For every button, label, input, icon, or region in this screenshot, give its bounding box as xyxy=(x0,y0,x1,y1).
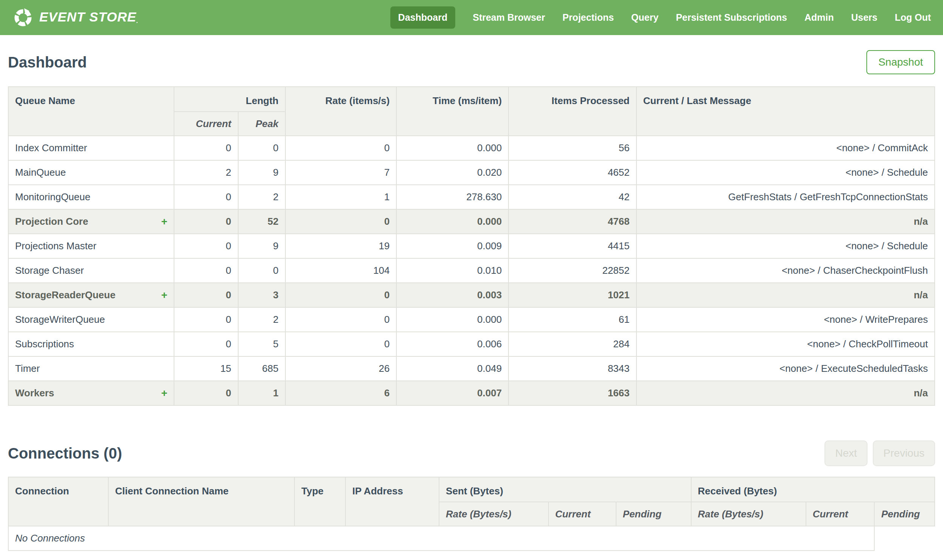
queue-message: <none> / Schedule xyxy=(636,234,935,258)
col-connection: Connection xyxy=(8,477,108,526)
queue-length-peak: 3 xyxy=(238,283,286,307)
queue-rate: 26 xyxy=(286,356,397,381)
col-client-connection-name: Client Connection Name xyxy=(108,477,295,526)
queue-name: StorageReaderQueue xyxy=(15,289,116,301)
trademark-dot: . xyxy=(136,18,138,24)
queue-items-processed: 4415 xyxy=(508,234,636,258)
queue-name: Storage Chaser xyxy=(15,265,84,277)
col-received-pending: Pending xyxy=(874,502,935,526)
queue-time: 0.020 xyxy=(397,160,508,185)
queue-row: StorageWriterQueue0200.00061<none> / Wri… xyxy=(8,307,935,332)
queue-name: MonitoringQueue xyxy=(15,191,90,203)
queue-items-processed: 42 xyxy=(508,185,636,209)
queue-name-cell: Workers+ xyxy=(8,381,174,405)
nav-item-users[interactable]: Users xyxy=(851,6,878,29)
queue-row: Timer15685260.0498343<none> / ExecuteSch… xyxy=(8,356,935,381)
queue-length-peak: 9 xyxy=(238,234,286,258)
event-store-brand[interactable]: EVENT STORE. xyxy=(13,8,139,28)
col-rate: Rate (items/s) xyxy=(286,87,397,136)
queue-message: GetFreshStats / GetFreshTcpConnectionSta… xyxy=(636,185,935,209)
expand-group-icon[interactable]: + xyxy=(161,216,167,228)
queue-items-processed: 56 xyxy=(508,136,636,160)
queue-length-current: 0 xyxy=(174,136,238,160)
nav-item-persistent-subscriptions[interactable]: Persistent Subscriptions xyxy=(676,6,787,29)
queue-message: <none> / CheckPollTimeout xyxy=(636,332,935,356)
queue-items-processed: 61 xyxy=(508,307,636,332)
col-sent-current: Current xyxy=(548,502,616,526)
queue-length-peak: 5 xyxy=(238,332,286,356)
queue-time: 0.049 xyxy=(397,356,508,381)
page-header: Dashboard Snapshot xyxy=(8,50,935,74)
queue-rate: 0 xyxy=(286,283,397,307)
queue-name-cell: MainQueue xyxy=(8,160,174,185)
top-nav: EVENT STORE. DashboardStream BrowserProj… xyxy=(0,0,943,35)
queue-length-peak: 52 xyxy=(238,209,286,234)
col-items-processed: Items Processed xyxy=(508,87,636,136)
nav-item-stream-browser[interactable]: Stream Browser xyxy=(472,6,545,29)
queue-row: Index Committer0000.00056<none> / Commit… xyxy=(8,136,935,160)
queue-rate: 19 xyxy=(286,234,397,258)
expand-group-icon[interactable]: + xyxy=(161,387,167,399)
queue-table-header: Queue Name Length Rate (items/s) Time (m… xyxy=(8,87,935,136)
nav-item-dashboard[interactable]: Dashboard xyxy=(390,6,456,29)
queue-message: <none> / WritePrepares xyxy=(636,307,935,332)
nav-item-query[interactable]: Query xyxy=(631,6,658,29)
queue-time: 0.007 xyxy=(397,381,508,405)
previous-button[interactable]: Previous xyxy=(873,440,935,466)
connections-pager: Next Previous xyxy=(824,440,935,466)
queue-length-peak: 2 xyxy=(238,307,286,332)
connections-header: Connections (0) Next Previous xyxy=(8,440,935,466)
queue-length-peak: 9 xyxy=(238,160,286,185)
queue-time: 0.010 xyxy=(397,258,508,283)
queue-length-current: 0 xyxy=(174,185,238,209)
queue-name: StorageWriterQueue xyxy=(15,314,105,325)
col-received-current: Current xyxy=(806,502,875,526)
queue-length-current: 0 xyxy=(174,381,238,405)
queue-row: MainQueue2970.0204652<none> / Schedule xyxy=(8,160,935,185)
col-sent-bytes: Sent (Bytes) xyxy=(439,477,691,502)
queue-rate: 0 xyxy=(286,209,397,234)
snapshot-button[interactable]: Snapshot xyxy=(866,50,935,74)
nav-item-projections[interactable]: Projections xyxy=(562,6,614,29)
queue-time: 0.009 xyxy=(397,234,508,258)
queue-rate: 7 xyxy=(286,160,397,185)
main-content: Dashboard Snapshot Queue Name Length Rat… xyxy=(0,50,943,551)
col-ip-address: IP Address xyxy=(346,477,439,526)
nav-item-log-out[interactable]: Log Out xyxy=(895,6,931,29)
queue-items-processed: 8343 xyxy=(508,356,636,381)
queue-name-cell: Subscriptions xyxy=(8,332,174,356)
nav-item-admin[interactable]: Admin xyxy=(804,6,834,29)
nav-menu: DashboardStream BrowserProjectionsQueryP… xyxy=(390,6,931,29)
empty-cell xyxy=(874,526,935,551)
queue-name-cell: Timer xyxy=(8,356,174,381)
expand-group-icon[interactable]: + xyxy=(161,289,167,301)
queue-message: <none> / ChaserCheckpointFlush xyxy=(636,258,935,283)
brand-name: EVENT STORE. xyxy=(39,9,139,25)
col-message: Current / Last Message xyxy=(636,87,935,136)
queue-length-current: 2 xyxy=(174,160,238,185)
queue-message: <none> / CommitAck xyxy=(636,136,935,160)
queue-table-body: Index Committer0000.00056<none> / Commit… xyxy=(8,136,935,405)
connections-table: Connection Client Connection Name Type I… xyxy=(8,477,935,551)
col-received-rate: Rate (Bytes/s) xyxy=(691,502,806,526)
queue-name: Projection Core xyxy=(15,216,88,228)
queue-time: 0.000 xyxy=(397,307,508,332)
queue-length-peak: 1 xyxy=(238,381,286,405)
queue-rate: 1 xyxy=(286,185,397,209)
queue-items-processed: 22852 xyxy=(508,258,636,283)
queue-length-current: 0 xyxy=(174,258,238,283)
col-length: Length xyxy=(174,87,285,112)
next-button[interactable]: Next xyxy=(824,440,867,466)
queue-items-processed: 1021 xyxy=(508,283,636,307)
queue-row: StorageReaderQueue+0300.0031021n/a xyxy=(8,283,935,307)
col-time: Time (ms/item) xyxy=(397,87,508,136)
queue-length-current: 15 xyxy=(174,356,238,381)
queue-name-cell: Storage Chaser xyxy=(8,258,174,283)
queue-time: 0.000 xyxy=(397,209,508,234)
queue-message: n/a xyxy=(636,381,935,405)
queue-name-cell: StorageReaderQueue+ xyxy=(8,283,174,307)
queue-name-cell: Projections Master xyxy=(8,234,174,258)
queue-table: Queue Name Length Rate (items/s) Time (m… xyxy=(8,86,935,406)
queue-length-current: 0 xyxy=(174,307,238,332)
queue-row: Projection Core+05200.0004768n/a xyxy=(8,209,935,234)
